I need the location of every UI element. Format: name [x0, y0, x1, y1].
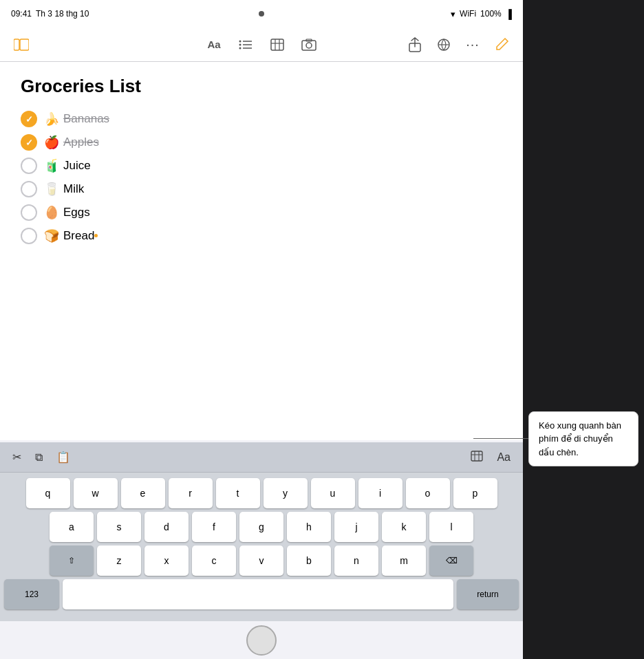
key-h[interactable]: h: [287, 512, 331, 542]
keyboard: q w e r t y u i o p a s d f g h j k: [0, 473, 523, 621]
key-v[interactable]: v: [239, 545, 283, 576]
svg-point-7: [239, 47, 242, 49]
wifi-label: WiFi: [460, 9, 476, 19]
home-button[interactable]: [246, 625, 277, 656]
list-style-button[interactable]: [235, 34, 256, 55]
side-panel: [523, 0, 644, 659]
compose-button[interactable]: [491, 34, 512, 55]
key-j[interactable]: j: [334, 512, 378, 542]
keyboard-toolbar: ✂ ⧉ 📋 Aa: [0, 442, 523, 473]
item-text-milk: Milk: [63, 182, 84, 196]
checkbox-eggs[interactable]: [21, 204, 37, 221]
item-text-juice: Juice: [63, 159, 91, 173]
key-row-4: 123 return: [4, 579, 519, 609]
status-left: 09:41 Th 3 18 thg 10: [11, 9, 89, 19]
home-button-area: [0, 621, 523, 659]
key-c[interactable]: c: [192, 545, 236, 576]
key-row-2: a s d f g h j k l: [4, 512, 519, 542]
camera-dot: [259, 11, 264, 17]
more-button[interactable]: ···: [462, 34, 483, 55]
key-p[interactable]: p: [453, 478, 497, 508]
note-title: Groceries List: [21, 76, 502, 97]
list-item[interactable]: 🍎 Apples: [21, 134, 502, 151]
toolbar-left: [11, 34, 32, 55]
wifi-icon: ▾: [451, 9, 455, 19]
key-i[interactable]: i: [358, 478, 402, 508]
key-k[interactable]: k: [382, 512, 426, 542]
key-f[interactable]: f: [192, 512, 236, 542]
key-z[interactable]: z: [97, 545, 141, 576]
emoji-bread: 🍞: [44, 228, 59, 244]
key-space[interactable]: [63, 579, 453, 609]
key-w[interactable]: w: [74, 478, 118, 508]
key-d[interactable]: d: [144, 512, 189, 542]
status-right: ▾ WiFi 100% ▐: [451, 9, 512, 19]
key-a[interactable]: a: [50, 512, 94, 542]
key-n[interactable]: n: [334, 545, 378, 576]
list-item[interactable]: 🍞 Bread: [21, 228, 502, 244]
find-button[interactable]: [433, 34, 454, 55]
date-display: Th 3 18 thg 10: [36, 9, 89, 19]
svg-point-5: [239, 40, 242, 42]
copy-icon[interactable]: ⧉: [31, 449, 47, 466]
cut-icon[interactable]: ✂: [8, 448, 25, 466]
checkbox-milk[interactable]: [21, 181, 37, 197]
svg-rect-0: [14, 39, 19, 50]
callout-line: [473, 438, 528, 439]
svg-rect-12: [302, 41, 316, 50]
key-x[interactable]: x: [144, 545, 189, 576]
emoji-juice: 🧃: [44, 158, 59, 173]
key-l[interactable]: l: [429, 512, 473, 542]
share-button[interactable]: [405, 34, 425, 55]
key-m[interactable]: m: [382, 545, 426, 576]
font-button[interactable]: Aa: [204, 34, 224, 55]
list-item[interactable]: 🥛 Milk: [21, 181, 502, 197]
note-content-area[interactable]: Groceries List 🍌 Bananas 🍎 Apples 🧃 Juic…: [0, 62, 523, 440]
key-e[interactable]: e: [121, 478, 165, 508]
callout-text: Kéo xung quanh bàn phím để di chuyển dấu…: [528, 411, 638, 467]
list-item[interactable]: 🧃 Juice: [21, 158, 502, 174]
svg-point-6: [239, 43, 242, 45]
checkbox-apples[interactable]: [21, 134, 37, 151]
paste-icon[interactable]: 📋: [52, 448, 74, 466]
sidebar-toggle-icon[interactable]: [11, 34, 32, 55]
key-r[interactable]: r: [169, 478, 213, 508]
key-t[interactable]: t: [216, 478, 260, 508]
key-row-3: ⇧ z x c v b n m ⌫: [4, 545, 519, 576]
key-backspace[interactable]: ⌫: [429, 545, 473, 576]
key-q[interactable]: q: [26, 478, 70, 508]
battery-percent: 100%: [480, 9, 502, 19]
key-b[interactable]: b: [287, 545, 331, 576]
emoji-eggs: 🥚: [44, 205, 59, 220]
photo-button[interactable]: [299, 34, 319, 55]
svg-rect-1: [20, 39, 29, 50]
item-text-apples: Apples: [63, 136, 99, 149]
table-button[interactable]: [267, 34, 288, 55]
key-y[interactable]: y: [264, 478, 308, 508]
item-text-eggs: Eggs: [63, 206, 90, 219]
keyboard-container: ✂ ⧉ 📋 Aa q w: [0, 442, 523, 659]
key-o[interactable]: o: [406, 478, 450, 508]
key-u[interactable]: u: [311, 478, 355, 508]
item-text-bread: Bread: [63, 229, 94, 243]
battery-icon: ▐: [506, 9, 512, 19]
key-123[interactable]: 123: [4, 579, 59, 609]
checkbox-juice[interactable]: [21, 158, 37, 174]
list-item[interactable]: 🍌 Bananas: [21, 111, 502, 127]
list-item[interactable]: 🥚 Eggs: [21, 204, 502, 221]
callout-annotation: Kéo xung quanh bàn phím để di chuyển dấu…: [473, 411, 638, 467]
key-row-1: q w e r t y u i o p: [4, 478, 519, 508]
checkbox-bread[interactable]: [21, 228, 37, 244]
emoji-apples: 🍎: [44, 135, 59, 150]
time-display: 09:41: [11, 9, 32, 19]
item-text-bananas: Bananas: [63, 112, 109, 126]
font-label: Aa: [207, 39, 220, 50]
svg-rect-8: [271, 39, 283, 50]
keyboard-toolbar-left: ✂ ⧉ 📋: [8, 448, 74, 466]
key-s[interactable]: s: [97, 512, 141, 542]
key-shift[interactable]: ⇧: [50, 545, 94, 576]
key-return[interactable]: return: [457, 579, 519, 609]
emoji-milk: 🥛: [44, 182, 59, 197]
checkbox-bananas[interactable]: [21, 111, 37, 127]
key-g[interactable]: g: [239, 512, 283, 542]
